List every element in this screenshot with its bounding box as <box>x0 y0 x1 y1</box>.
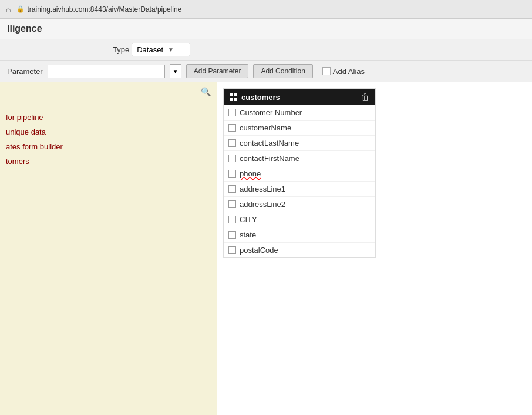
add-condition-button[interactable]: Add Condition <box>253 64 312 78</box>
type-dropdown-arrow: ▼ <box>168 46 174 53</box>
app-header: lligence <box>0 19 532 39</box>
grid-icon <box>230 93 238 101</box>
field-checkbox[interactable] <box>228 155 236 162</box>
field-item: contactLastName <box>224 136 375 151</box>
field-item: phone <box>224 166 375 182</box>
dataset-name: customers <box>241 93 280 102</box>
field-checkbox[interactable] <box>228 231 236 239</box>
field-item: addressLine1 <box>224 182 375 197</box>
add-alias-checkbox[interactable] <box>322 67 331 75</box>
search-icon[interactable]: 🔍 <box>201 87 211 96</box>
type-label: Type <box>113 45 129 54</box>
dataset-header: customers 🗑 <box>224 89 375 105</box>
sidebar-item-3[interactable]: ates form builder <box>6 141 211 152</box>
field-name: CITY <box>240 215 257 224</box>
field-name: state <box>240 230 256 239</box>
dataset-title-area: customers <box>230 93 280 102</box>
field-item: contactFirstName <box>224 151 375 166</box>
trash-icon[interactable]: 🗑 <box>361 92 369 102</box>
field-name: addressLine1 <box>240 185 285 193</box>
home-icon[interactable]: ⌂ <box>6 5 11 14</box>
field-item: CITY <box>224 212 375 227</box>
field-item: state <box>224 227 375 243</box>
right-panel: customers 🗑 Customer NumbercustomerNamec… <box>217 82 532 415</box>
field-name: contactLastName <box>240 139 299 148</box>
parameter-label: Parameter <box>7 67 43 76</box>
field-item: addressLine2 <box>224 197 375 212</box>
add-alias-area: Add Alias <box>322 67 365 76</box>
field-item: customerName <box>224 121 375 136</box>
field-checkbox[interactable] <box>228 109 236 116</box>
parameter-row: Parameter ▼ Add Parameter Add Condition … <box>0 61 532 82</box>
field-checkbox[interactable] <box>228 246 236 254</box>
field-checkbox[interactable] <box>228 185 236 193</box>
field-item: postalCode <box>224 243 375 257</box>
add-alias-label: Add Alias <box>333 67 365 76</box>
add-parameter-button[interactable]: Add Parameter <box>186 64 249 78</box>
sidebar: 🔍 for pipeline unique data ates form bui… <box>0 82 217 415</box>
sidebar-item-2[interactable]: unique data <box>6 126 211 138</box>
parameter-input[interactable] <box>48 65 165 78</box>
fields-list: Customer NumbercustomerNamecontactLastNa… <box>224 105 375 257</box>
type-select-area: Type Dataset ▼ <box>113 43 190 56</box>
browser-bar: ⌂ 🔒 training.aivhub.com:8443/aiv/MasterD… <box>0 0 532 19</box>
main-content: 🔍 for pipeline unique data ates form bui… <box>0 82 532 415</box>
field-checkbox[interactable] <box>228 124 236 132</box>
field-name: customerName <box>240 123 291 132</box>
field-name: phone <box>240 169 261 178</box>
field-checkbox[interactable] <box>228 139 236 147</box>
field-name: postalCode <box>240 246 278 255</box>
sidebar-item-1[interactable]: for pipeline <box>6 112 211 123</box>
app-title: lligence <box>7 24 42 34</box>
sidebar-items: for pipeline unique data ates form build… <box>6 112 211 167</box>
lock-icon: 🔒 <box>16 5 25 13</box>
field-checkbox[interactable] <box>228 216 236 223</box>
field-checkbox[interactable] <box>228 200 236 208</box>
field-name: addressLine2 <box>240 200 285 209</box>
dataset-container: customers 🗑 Customer NumbercustomerNamec… <box>223 88 376 258</box>
field-item: Customer Number <box>224 105 375 121</box>
browser-url: training.aivhub.com:8443/aiv/MasterData/… <box>27 5 181 14</box>
type-dropdown[interactable]: Dataset ▼ <box>132 43 190 56</box>
type-value: Dataset <box>137 45 163 54</box>
type-toolbar: Type Dataset ▼ <box>0 39 532 61</box>
sidebar-item-4[interactable]: tomers <box>6 156 211 167</box>
field-name: Customer Number <box>240 108 302 117</box>
field-checkbox[interactable] <box>228 170 236 178</box>
app-container: lligence Type Dataset ▼ Parameter ▼ Add … <box>0 19 532 415</box>
field-name: contactFirstName <box>240 154 299 163</box>
parameter-dropdown-arrow[interactable]: ▼ <box>170 64 181 78</box>
